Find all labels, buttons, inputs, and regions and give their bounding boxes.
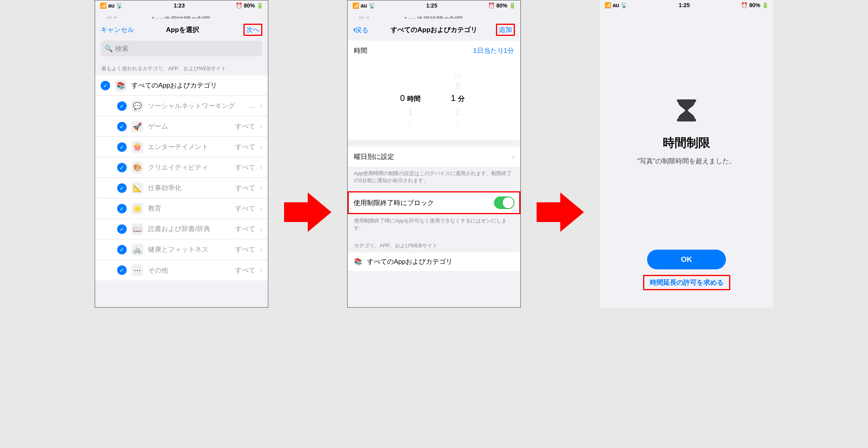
phone-screen-3: 📶 au 📡 1:25 ⏰ 80% 🔋 時間制限 "写真"の制限時間を超えました… [600, 0, 773, 308]
category-icon: 🚀 [131, 121, 143, 133]
arrow-icon [537, 192, 584, 233]
all-apps-row[interactable]: 📚 すべてのAppおよびカテゴリ [348, 252, 520, 271]
footer-text-2: 使用制限終了時にAppを許可なく使用できなくするにはオンにします。 [348, 214, 520, 239]
chevron-right-icon: › [260, 102, 262, 110]
limit-subtitle: "写真"の制限時間を超えました。 [637, 157, 736, 166]
category-label: その他 [148, 266, 230, 275]
search-input[interactable]: 🔍 検索 [101, 41, 262, 56]
category-row[interactable]: ✓ 🎨 クリエイティビティ すべて › [95, 157, 268, 178]
arrow-icon [284, 192, 331, 233]
clock: 1:25 [679, 2, 690, 8]
category-label: ゲーム [148, 122, 230, 131]
picker-val: 2 [408, 119, 413, 129]
chevron-right-icon: › [260, 225, 262, 233]
svg-marker-0 [284, 192, 331, 232]
category-icon: 📚 [354, 258, 362, 266]
category-row[interactable]: ✓ 🍿 エンターテイメント すべて › [95, 137, 268, 157]
hours-column[interactable]: 0 時間 1 2 3 [387, 61, 434, 140]
phone-screen-2: 📶 au 📡 1:25 ⏰ 80% 🔋 ‹ 戻る App使用時間の制限 ‹戻る … [347, 0, 521, 308]
signal-icon: 📶 [604, 2, 611, 8]
picker-val: 0 [455, 81, 460, 93]
category-label: 仕事効率化 [148, 183, 230, 192]
wifi-icon: 📡 [116, 2, 123, 9]
category-row[interactable]: ✓ 📐 仕事効率化 すべて › [95, 178, 268, 198]
checkmark-icon[interactable]: ✓ [117, 204, 127, 213]
next-button[interactable]: 次へ [231, 24, 262, 36]
picker-val: 58 [454, 62, 462, 71]
carrier: au [108, 2, 114, 9]
chevron-right-icon: › [512, 153, 514, 161]
checkmark-icon[interactable]: ✓ [117, 163, 127, 172]
category-detail: すべて [235, 163, 255, 172]
category-row-all[interactable]: ✓ 📚 すべてのAppおよびカテゴリ [95, 75, 268, 96]
request-extension-button[interactable]: 時間延長の許可を求める [646, 276, 728, 289]
category-row[interactable]: ✓ 🌟 教育 すべて › [95, 198, 268, 219]
chevron-right-icon: › [260, 246, 262, 254]
checkmark-icon[interactable]: ✓ [117, 142, 127, 152]
category-icon: 🚲 [131, 244, 143, 256]
category-label: ソーシャルネットワーキング [148, 101, 244, 110]
next-label: 次へ [243, 24, 262, 36]
category-row[interactable]: ✓ 🚲 健康とフィットネス すべて › [95, 239, 268, 260]
category-detail: すべて [235, 204, 255, 213]
checkmark-icon[interactable]: ✓ [117, 245, 127, 254]
carrier: au [361, 2, 367, 9]
hours-selected: 0 [400, 93, 405, 103]
category-icon: 🌟 [131, 203, 143, 215]
picker-val: 59 [453, 71, 462, 81]
category-detail: … [249, 102, 255, 110]
battery-icon: 🔋 [509, 2, 516, 9]
add-button[interactable]: 追加 [483, 24, 515, 36]
back-button[interactable]: ‹戻る [353, 24, 385, 35]
checkmark-icon[interactable]: ✓ [117, 122, 127, 131]
modal-sheet-select-apps: キャンセル Appを選択 次へ 🔍 検索 最もよく使われるカテゴリ、APP、およ… [95, 19, 268, 307]
category-label: 健康とフィットネス [148, 245, 230, 254]
wifi-icon: 📡 [369, 2, 375, 9]
time-picker[interactable]: 0 時間 1 2 3 58 59 0 1 分 2 3 4 [348, 61, 520, 140]
carrier: au [613, 2, 619, 8]
category-icon: 🎨 [131, 162, 143, 174]
cancel-button[interactable]: キャンセル [101, 25, 134, 34]
block-toggle-highlight: 使用制限終了時にブロック [348, 191, 520, 214]
minutes-column[interactable]: 58 59 0 1 分 2 3 4 [434, 61, 481, 140]
sheet-nav: キャンセル Appを選択 次へ [95, 19, 268, 41]
alarm-icon: ⏰ [236, 2, 242, 9]
category-detail: すべて [235, 245, 255, 254]
footer-text-1: App使用時間の制限の設定はこのデバイスに適用されます。制限終了の5分前に通知が… [348, 167, 520, 191]
clock: 1:23 [174, 2, 185, 9]
sheet-title: すべてのAppおよびカテゴリ [385, 25, 483, 34]
sheet-nav: ‹戻る すべてのAppおよびカテゴリ 追加 [348, 19, 520, 41]
ok-button[interactable]: OK [647, 250, 726, 269]
category-icon: 🍿 [131, 141, 143, 153]
chevron-right-icon: › [260, 205, 262, 213]
block-at-end-row[interactable]: 使用制限終了時にブロック [349, 192, 519, 213]
by-day-row[interactable]: 曜日別に設定 › [348, 147, 520, 167]
section-header: 最もよく使われるカテゴリ、APP、およびWEBサイト [95, 62, 268, 75]
category-row[interactable]: ✓ ⋯ その他 すべて › [95, 260, 268, 280]
checkmark-icon[interactable]: ✓ [117, 183, 127, 193]
category-icon: 📚 [115, 80, 127, 91]
category-row[interactable]: ✓ 💬 ソーシャルネットワーキング … › [95, 96, 268, 116]
toggle-switch-on[interactable] [494, 196, 514, 209]
picker-val: 3 [456, 119, 460, 129]
checkmark-icon[interactable]: ✓ [117, 101, 127, 111]
status-bar: 📶 au 📡 1:25 ⏰ 80% 🔋 [348, 0, 520, 11]
all-apps-label: すべてのAppおよびカテゴリ [367, 257, 453, 266]
category-icon: 📐 [131, 182, 143, 194]
category-row[interactable]: ✓ 📖 読書および辞書/辞典 すべて › [95, 219, 268, 239]
picker-val: 2 [455, 107, 460, 119]
category-row[interactable]: ✓ 🚀 ゲーム すべて › [95, 116, 268, 137]
time-row: 時間 1日当たり1分 [348, 41, 520, 61]
chevron-right-icon: › [260, 184, 262, 192]
block-label: 使用制限終了時にブロック [354, 198, 434, 207]
request-extension-highlight: 時間延長の許可を求める [643, 275, 730, 290]
checkmark-icon[interactable]: ✓ [117, 224, 127, 234]
checkmark-icon[interactable]: ✓ [117, 265, 127, 275]
clock: 1:25 [426, 2, 437, 9]
picker-val: 1 [408, 107, 413, 119]
battery-pct: 80% [244, 2, 255, 9]
checkmark-icon[interactable]: ✓ [101, 81, 110, 90]
category-detail: すべて [235, 122, 255, 131]
category-list: ✓ 📚 すべてのAppおよびカテゴリ ✓ 💬 ソーシャルネットワーキング … ›… [95, 75, 268, 280]
category-icon: ⋯ [131, 264, 143, 276]
